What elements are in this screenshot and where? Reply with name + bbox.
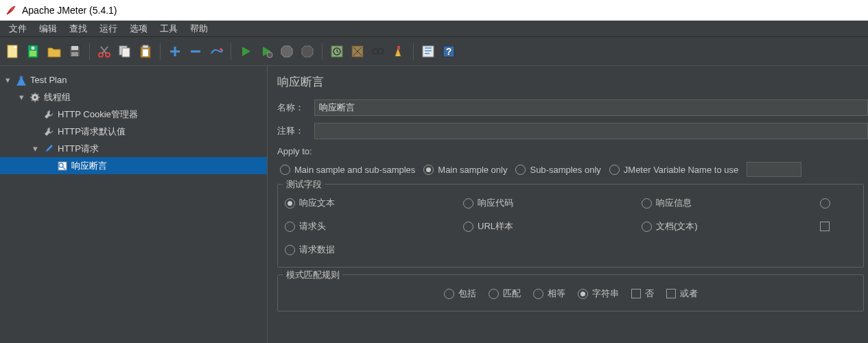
templates-icon[interactable] <box>25 43 43 60</box>
editor-panel: 响应断言 名称： 注释： Apply to: Main sample and s… <box>268 66 868 343</box>
clear-icon[interactable] <box>328 43 346 60</box>
menu-tools[interactable]: 工具 <box>154 21 184 36</box>
radio-jmeter-var[interactable]: JMeter Variable Name to use <box>609 165 738 175</box>
assertion-icon <box>56 160 69 172</box>
cut-icon[interactable] <box>95 43 113 60</box>
svg-marker-17 <box>302 46 313 57</box>
svg-text:?: ? <box>446 46 452 57</box>
apply-to-label: Apply to: <box>277 146 868 156</box>
menu-help[interactable]: 帮助 <box>184 21 214 36</box>
svg-marker-16 <box>281 46 292 57</box>
gear-icon <box>29 91 41 104</box>
tree-label: HTTP Cookie管理器 <box>58 108 138 121</box>
menu-search[interactable]: 查找 <box>63 21 93 36</box>
main-area: ▾ Test Plan ▾ 线程组 HTTP Cookie管理器 HTTP请求默… <box>0 66 868 343</box>
name-label: 名称： <box>277 102 314 114</box>
expand-icon[interactable] <box>166 43 184 60</box>
radio-equals[interactable]: 相等 <box>533 287 565 300</box>
toggle-icon[interactable] <box>207 43 225 60</box>
radio-response-code[interactable]: 响应代码 <box>463 197 642 209</box>
app-title: Apache JMeter (5.4.1) <box>22 5 117 16</box>
chevron-down-icon[interactable]: ▾ <box>30 143 40 154</box>
checkbox-or[interactable]: 或者 <box>666 287 698 300</box>
radio-extra-1[interactable] <box>820 197 856 209</box>
tree-thread-group[interactable]: ▾ 线程组 <box>0 88 267 106</box>
svg-rect-23 <box>397 46 400 49</box>
search-icon[interactable] <box>369 43 387 60</box>
menu-edit[interactable]: 编辑 <box>33 21 63 36</box>
name-input[interactable] <box>314 99 868 116</box>
radio-substring[interactable]: 字符串 <box>578 287 619 300</box>
pipette-icon <box>43 143 55 155</box>
tree-panel: ▾ Test Plan ▾ 线程组 HTTP Cookie管理器 HTTP请求默… <box>0 66 268 343</box>
tree-cookie-manager[interactable]: HTTP Cookie管理器 <box>0 106 267 123</box>
svg-rect-13 <box>143 49 148 56</box>
reset-search-icon[interactable] <box>390 43 408 60</box>
help-icon[interactable]: ? <box>440 43 458 60</box>
radio-contains[interactable]: 包括 <box>444 287 476 300</box>
wrench-icon <box>43 126 55 138</box>
app-feather-icon <box>5 5 16 16</box>
svg-point-15 <box>267 52 272 58</box>
radio-url-sample[interactable]: URL样本 <box>463 220 642 233</box>
tree-label: HTTP请求 <box>58 143 99 155</box>
tree-http-defaults[interactable]: HTTP请求默认值 <box>0 123 267 140</box>
svg-point-3 <box>32 46 35 49</box>
open-icon[interactable] <box>45 43 63 60</box>
comment-input[interactable] <box>314 123 868 139</box>
radio-response-message[interactable]: 响应信息 <box>642 197 820 209</box>
wrench-icon <box>43 108 55 121</box>
checkbox-not[interactable]: 否 <box>631 287 654 300</box>
comment-label: 注释： <box>277 125 314 137</box>
radio-document[interactable]: 文档(文本) <box>642 220 820 233</box>
svg-rect-6 <box>71 52 78 56</box>
chevron-down-icon[interactable]: ▾ <box>16 92 26 102</box>
tree-http-request[interactable]: ▾ HTTP请求 <box>0 140 267 157</box>
radio-sub-only[interactable]: Sub-samples only <box>515 165 600 175</box>
tree-test-plan[interactable]: ▾ Test Plan <box>0 71 267 88</box>
copy-icon[interactable] <box>116 43 134 60</box>
chevron-down-icon[interactable]: ▾ <box>3 75 12 85</box>
panel-heading: 响应断言 <box>277 74 868 90</box>
svg-rect-10 <box>122 48 130 57</box>
match-rule-legend: 模式匹配规则 <box>283 269 342 281</box>
toolbar: ? <box>0 37 868 66</box>
checkbox-extra-2[interactable] <box>820 220 856 233</box>
tree-label: 响应断言 <box>71 160 107 172</box>
radio-matches[interactable]: 匹配 <box>489 287 521 300</box>
menu-file[interactable]: 文件 <box>3 21 33 36</box>
svg-rect-12 <box>143 45 148 48</box>
shutdown-icon[interactable] <box>298 43 316 60</box>
menu-bar: 文件 编辑 查找 运行 选项 工具 帮助 <box>0 21 868 37</box>
radio-request-data[interactable]: 请求数据 <box>285 244 463 256</box>
svg-rect-2 <box>30 51 36 56</box>
function-icon[interactable] <box>419 43 437 60</box>
tree-label: Test Plan <box>30 75 67 85</box>
stop-icon[interactable] <box>278 43 296 60</box>
jmeter-var-input[interactable] <box>747 162 801 177</box>
new-icon[interactable] <box>4 43 22 60</box>
tree-label: 线程组 <box>44 91 71 104</box>
save-icon[interactable] <box>66 43 84 60</box>
paste-icon[interactable] <box>137 43 154 60</box>
radio-main-only[interactable]: Main sample only <box>423 165 507 175</box>
test-field-fieldset: 测试字段 响应文本 响应代码 响应信息 请求头 URL样本 文档(文本) 请求数… <box>277 184 864 268</box>
tree-label: HTTP请求默认值 <box>58 126 126 138</box>
test-field-legend: 测试字段 <box>283 178 325 191</box>
svg-point-28 <box>34 96 36 99</box>
menu-run[interactable]: 运行 <box>93 21 124 36</box>
collapse-icon[interactable] <box>187 43 204 60</box>
radio-response-text[interactable]: 响应文本 <box>285 197 463 209</box>
start-icon[interactable] <box>237 43 255 60</box>
tree-response-assertion[interactable]: 响应断言 <box>0 157 267 174</box>
menu-options[interactable]: 选项 <box>124 21 154 36</box>
match-rule-fieldset: 模式匹配规则 包括 匹配 相等 字符串 否 或者 <box>277 274 864 311</box>
radio-main-sub[interactable]: Main sample and sub-samples <box>280 165 415 175</box>
split-handle-icon[interactable]: ⋮⋮ <box>266 285 268 293</box>
start-no-timers-icon[interactable] <box>257 43 275 60</box>
clear-all-icon[interactable] <box>349 43 366 60</box>
radio-request-headers[interactable]: 请求头 <box>285 220 463 233</box>
apply-to-group: Main sample and sub-samples Main sample … <box>280 162 868 177</box>
svg-point-14 <box>220 48 222 51</box>
svg-rect-5 <box>71 46 78 50</box>
